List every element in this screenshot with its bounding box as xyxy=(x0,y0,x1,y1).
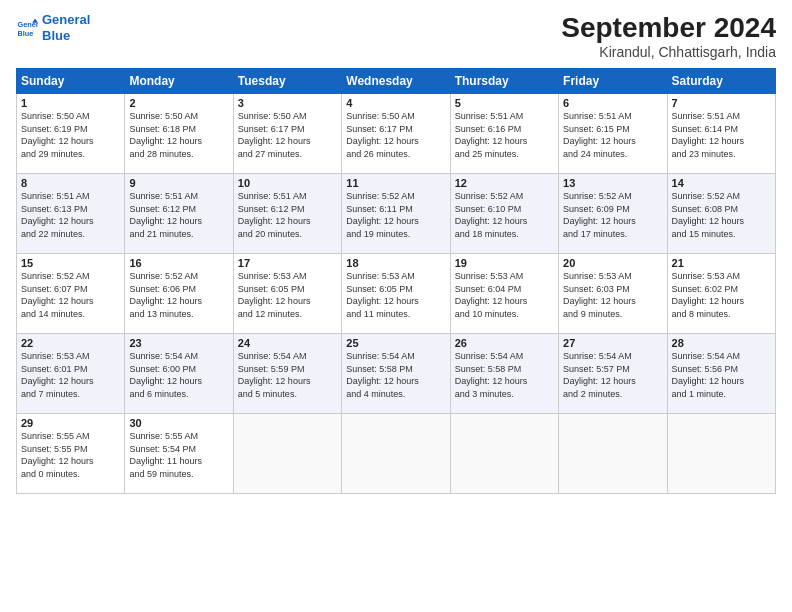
weekday-header-monday: Monday xyxy=(125,69,233,94)
day-cell: 16Sunrise: 5:52 AM Sunset: 6:06 PM Dayli… xyxy=(125,254,233,334)
day-number: 2 xyxy=(129,97,228,109)
day-info: Sunrise: 5:53 AM Sunset: 6:01 PM Dayligh… xyxy=(21,350,120,400)
day-cell xyxy=(450,414,558,494)
day-cell: 22Sunrise: 5:53 AM Sunset: 6:01 PM Dayli… xyxy=(17,334,125,414)
day-info: Sunrise: 5:53 AM Sunset: 6:03 PM Dayligh… xyxy=(563,270,662,320)
day-cell: 17Sunrise: 5:53 AM Sunset: 6:05 PM Dayli… xyxy=(233,254,341,334)
day-info: Sunrise: 5:54 AM Sunset: 5:57 PM Dayligh… xyxy=(563,350,662,400)
day-number: 24 xyxy=(238,337,337,349)
weekday-header-saturday: Saturday xyxy=(667,69,775,94)
day-info: Sunrise: 5:51 AM Sunset: 6:12 PM Dayligh… xyxy=(238,190,337,240)
day-cell: 8Sunrise: 5:51 AM Sunset: 6:13 PM Daylig… xyxy=(17,174,125,254)
weekday-header-tuesday: Tuesday xyxy=(233,69,341,94)
day-number: 16 xyxy=(129,257,228,269)
day-cell xyxy=(233,414,341,494)
day-info: Sunrise: 5:54 AM Sunset: 6:00 PM Dayligh… xyxy=(129,350,228,400)
week-row-2: 8Sunrise: 5:51 AM Sunset: 6:13 PM Daylig… xyxy=(17,174,776,254)
day-cell: 23Sunrise: 5:54 AM Sunset: 6:00 PM Dayli… xyxy=(125,334,233,414)
day-number: 28 xyxy=(672,337,771,349)
day-number: 20 xyxy=(563,257,662,269)
day-info: Sunrise: 5:52 AM Sunset: 6:09 PM Dayligh… xyxy=(563,190,662,240)
week-row-5: 29Sunrise: 5:55 AM Sunset: 5:55 PM Dayli… xyxy=(17,414,776,494)
day-cell: 6Sunrise: 5:51 AM Sunset: 6:15 PM Daylig… xyxy=(559,94,667,174)
day-cell: 12Sunrise: 5:52 AM Sunset: 6:10 PM Dayli… xyxy=(450,174,558,254)
day-number: 8 xyxy=(21,177,120,189)
day-number: 4 xyxy=(346,97,445,109)
day-number: 13 xyxy=(563,177,662,189)
day-cell: 24Sunrise: 5:54 AM Sunset: 5:59 PM Dayli… xyxy=(233,334,341,414)
header: General Blue General Blue September 2024… xyxy=(16,12,776,60)
day-info: Sunrise: 5:51 AM Sunset: 6:14 PM Dayligh… xyxy=(672,110,771,160)
day-info: Sunrise: 5:51 AM Sunset: 6:13 PM Dayligh… xyxy=(21,190,120,240)
day-cell: 1Sunrise: 5:50 AM Sunset: 6:19 PM Daylig… xyxy=(17,94,125,174)
day-cell: 9Sunrise: 5:51 AM Sunset: 6:12 PM Daylig… xyxy=(125,174,233,254)
day-cell xyxy=(559,414,667,494)
day-info: Sunrise: 5:54 AM Sunset: 5:59 PM Dayligh… xyxy=(238,350,337,400)
day-cell: 10Sunrise: 5:51 AM Sunset: 6:12 PM Dayli… xyxy=(233,174,341,254)
week-row-1: 1Sunrise: 5:50 AM Sunset: 6:19 PM Daylig… xyxy=(17,94,776,174)
day-cell: 4Sunrise: 5:50 AM Sunset: 6:17 PM Daylig… xyxy=(342,94,450,174)
day-number: 14 xyxy=(672,177,771,189)
day-info: Sunrise: 5:53 AM Sunset: 6:05 PM Dayligh… xyxy=(238,270,337,320)
week-row-3: 15Sunrise: 5:52 AM Sunset: 6:07 PM Dayli… xyxy=(17,254,776,334)
day-number: 17 xyxy=(238,257,337,269)
day-info: Sunrise: 5:50 AM Sunset: 6:18 PM Dayligh… xyxy=(129,110,228,160)
day-cell: 2Sunrise: 5:50 AM Sunset: 6:18 PM Daylig… xyxy=(125,94,233,174)
day-cell: 27Sunrise: 5:54 AM Sunset: 5:57 PM Dayli… xyxy=(559,334,667,414)
day-cell xyxy=(667,414,775,494)
day-cell: 11Sunrise: 5:52 AM Sunset: 6:11 PM Dayli… xyxy=(342,174,450,254)
day-number: 27 xyxy=(563,337,662,349)
day-info: Sunrise: 5:55 AM Sunset: 5:54 PM Dayligh… xyxy=(129,430,228,480)
svg-text:Blue: Blue xyxy=(17,29,33,38)
day-number: 29 xyxy=(21,417,120,429)
weekday-header-wednesday: Wednesday xyxy=(342,69,450,94)
day-cell: 30Sunrise: 5:55 AM Sunset: 5:54 PM Dayli… xyxy=(125,414,233,494)
day-number: 15 xyxy=(21,257,120,269)
day-number: 22 xyxy=(21,337,120,349)
week-row-4: 22Sunrise: 5:53 AM Sunset: 6:01 PM Dayli… xyxy=(17,334,776,414)
logo-icon: General Blue xyxy=(16,17,38,39)
day-info: Sunrise: 5:50 AM Sunset: 6:17 PM Dayligh… xyxy=(238,110,337,160)
day-cell: 26Sunrise: 5:54 AM Sunset: 5:58 PM Dayli… xyxy=(450,334,558,414)
day-cell: 20Sunrise: 5:53 AM Sunset: 6:03 PM Dayli… xyxy=(559,254,667,334)
day-cell: 29Sunrise: 5:55 AM Sunset: 5:55 PM Dayli… xyxy=(17,414,125,494)
day-info: Sunrise: 5:52 AM Sunset: 6:06 PM Dayligh… xyxy=(129,270,228,320)
day-cell: 25Sunrise: 5:54 AM Sunset: 5:58 PM Dayli… xyxy=(342,334,450,414)
day-number: 5 xyxy=(455,97,554,109)
day-info: Sunrise: 5:51 AM Sunset: 6:12 PM Dayligh… xyxy=(129,190,228,240)
logo-blue: Blue xyxy=(42,28,90,44)
day-number: 11 xyxy=(346,177,445,189)
day-info: Sunrise: 5:53 AM Sunset: 6:05 PM Dayligh… xyxy=(346,270,445,320)
day-cell: 5Sunrise: 5:51 AM Sunset: 6:16 PM Daylig… xyxy=(450,94,558,174)
day-cell: 13Sunrise: 5:52 AM Sunset: 6:09 PM Dayli… xyxy=(559,174,667,254)
day-number: 19 xyxy=(455,257,554,269)
day-number: 6 xyxy=(563,97,662,109)
day-info: Sunrise: 5:52 AM Sunset: 6:10 PM Dayligh… xyxy=(455,190,554,240)
day-number: 30 xyxy=(129,417,228,429)
logo: General Blue General Blue xyxy=(16,12,90,43)
day-cell: 21Sunrise: 5:53 AM Sunset: 6:02 PM Dayli… xyxy=(667,254,775,334)
day-info: Sunrise: 5:55 AM Sunset: 5:55 PM Dayligh… xyxy=(21,430,120,480)
day-cell: 14Sunrise: 5:52 AM Sunset: 6:08 PM Dayli… xyxy=(667,174,775,254)
weekday-header-thursday: Thursday xyxy=(450,69,558,94)
day-info: Sunrise: 5:52 AM Sunset: 6:08 PM Dayligh… xyxy=(672,190,771,240)
month-title: September 2024 xyxy=(561,12,776,44)
day-info: Sunrise: 5:53 AM Sunset: 6:04 PM Dayligh… xyxy=(455,270,554,320)
day-cell: 7Sunrise: 5:51 AM Sunset: 6:14 PM Daylig… xyxy=(667,94,775,174)
day-number: 25 xyxy=(346,337,445,349)
day-info: Sunrise: 5:53 AM Sunset: 6:02 PM Dayligh… xyxy=(672,270,771,320)
logo-general: General xyxy=(42,12,90,28)
day-cell xyxy=(342,414,450,494)
day-info: Sunrise: 5:54 AM Sunset: 5:58 PM Dayligh… xyxy=(455,350,554,400)
day-number: 1 xyxy=(21,97,120,109)
day-cell: 18Sunrise: 5:53 AM Sunset: 6:05 PM Dayli… xyxy=(342,254,450,334)
day-info: Sunrise: 5:52 AM Sunset: 6:11 PM Dayligh… xyxy=(346,190,445,240)
day-number: 9 xyxy=(129,177,228,189)
page: General Blue General Blue September 2024… xyxy=(0,0,792,612)
day-number: 7 xyxy=(672,97,771,109)
day-info: Sunrise: 5:51 AM Sunset: 6:16 PM Dayligh… xyxy=(455,110,554,160)
weekday-header-sunday: Sunday xyxy=(17,69,125,94)
day-number: 10 xyxy=(238,177,337,189)
day-cell: 3Sunrise: 5:50 AM Sunset: 6:17 PM Daylig… xyxy=(233,94,341,174)
day-number: 21 xyxy=(672,257,771,269)
